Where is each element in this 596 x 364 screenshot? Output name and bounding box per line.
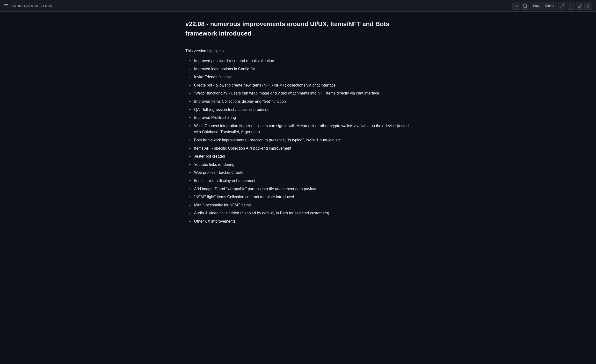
- raw-button[interactable]: Raw: [530, 2, 542, 10]
- blame-button[interactable]: Blame: [542, 2, 557, 10]
- top-bar-left: 213 lines (187 sloc) 11.5 KB: [4, 3, 52, 8]
- list-item: Other UX improvements: [189, 218, 411, 224]
- list-item: Web profiles - backend route: [189, 170, 411, 176]
- list-item: Improved Profile sharing: [189, 115, 411, 121]
- top-bar: 213 lines (187 sloc) 11.5 KB Raw Blame: [0, 0, 596, 12]
- list-item: Jester bot created: [189, 153, 411, 160]
- document-title: v22.08 - numerous improvements around UI…: [185, 19, 411, 42]
- edit-dropdown-button[interactable]: [567, 2, 575, 10]
- list-item: Bots framework improvements - reaction t…: [189, 137, 411, 143]
- edit-icon-button[interactable]: [558, 2, 566, 10]
- list-item: Items API - specific Collection API back…: [189, 145, 411, 152]
- top-bar-right: Raw Blame: [512, 2, 592, 10]
- list-item: Improved login options in Config file: [189, 66, 411, 72]
- list-item: Add image ID and "wrappable" params into…: [189, 186, 411, 192]
- list-item: QA - full regression test / checklist pr…: [189, 107, 411, 113]
- list-item: Improved Items Collections display and “…: [189, 98, 411, 105]
- list-item: Invite Friends finalized: [189, 74, 411, 80]
- list-item: Items in-room display enhancement: [189, 178, 411, 184]
- file-size: 11.5 KB: [41, 3, 52, 8]
- list-item: Mint functionality for NFMT Items: [189, 202, 411, 208]
- highlights-intro: This version highlights:: [185, 48, 411, 54]
- list-item: "NFMT light" Items Collection contract t…: [189, 194, 411, 200]
- raw-blame-group: Raw Blame: [530, 2, 557, 10]
- list-item: Create bot - allows to create new Items …: [189, 82, 411, 89]
- list-item: “Wrap” functionality - Users can wrap im…: [189, 90, 411, 97]
- list-item: WalletConnect integration finalized – Us…: [189, 123, 411, 135]
- file-icon-button[interactable]: [521, 2, 529, 10]
- delete-icon-button[interactable]: [584, 2, 592, 10]
- copy-icon-button[interactable]: [576, 2, 583, 10]
- list-item: Youtube links rendering: [189, 162, 411, 168]
- list-item: Improved password reset and e-mail valid…: [189, 58, 411, 64]
- list-item: Audio & Video calls added (disabled by d…: [189, 210, 411, 216]
- lines-info: 213 lines (187 sloc): [11, 3, 38, 8]
- content-area: v22.08 - numerous improvements around UI…: [179, 12, 417, 234]
- code-icon-button[interactable]: [512, 2, 520, 10]
- bullet-list: Improved password reset and e-mail valid…: [185, 58, 411, 224]
- hamburger-icon[interactable]: [4, 4, 8, 7]
